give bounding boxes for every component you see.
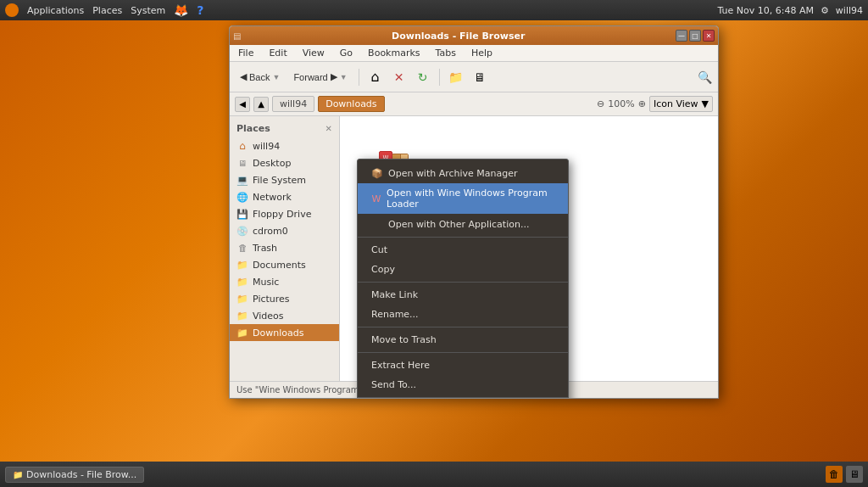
help-icon[interactable]: ? (197, 3, 203, 17)
file-area: ZIP W picasa35 📦 Open with Archive Manag… (340, 116, 718, 398)
sidebar-item-network[interactable]: 🌐 Network (230, 188, 339, 205)
sidebar-item-floppy[interactable]: 💾 Floppy Drive (230, 205, 339, 222)
floppy-icon: 💾 (236, 208, 248, 220)
sidebar-label-music: Music (253, 277, 279, 288)
ctx-copy-label: Copy (371, 264, 395, 275)
ctx-open-wine[interactable]: W Open with Wine Windows Program Loader (358, 183, 568, 214)
view-mode-dropdown-icon: ▼ (702, 98, 709, 109)
sidebar-label-home: will94 (253, 141, 280, 152)
user-name: will94 (836, 5, 863, 16)
folder-dl-icon: 📁 (236, 327, 248, 339)
search-button[interactable]: 🔍 (696, 69, 713, 86)
sidebar-label-desktop: Desktop (253, 158, 291, 169)
user-label: ⚙ (821, 5, 829, 16)
cdrom-icon: 💿 (236, 225, 248, 237)
zoom-level: 100% (608, 98, 634, 109)
sidebar-close-button[interactable]: ✕ (326, 124, 332, 133)
sidebar-item-pictures[interactable]: 📁 Pictures (230, 290, 339, 307)
menu-help[interactable]: Help (468, 46, 496, 60)
ctx-make-link[interactable]: Make Link (358, 285, 568, 305)
ctx-open-other[interactable]: Open with Other Application... (358, 214, 568, 234)
ctx-rename[interactable]: Rename... (358, 305, 568, 324)
taskbar-trash-icon[interactable]: 🗑 (826, 466, 843, 483)
refresh-button[interactable]: ↻ (413, 67, 433, 87)
breadcrumb-downloads[interactable]: Downloads (318, 96, 384, 112)
window-menu-icon[interactable]: ▤ (233, 31, 241, 41)
ctx-extract[interactable]: Extract Here (358, 355, 568, 375)
places-label: Places (236, 123, 270, 134)
file-item-wrap: ZIP W picasa35 📦 Open with Archive Manag… (357, 133, 433, 217)
ctx-sep-5 (358, 397, 568, 398)
sidebar-item-home[interactable]: ⌂ will94 (230, 137, 339, 154)
zoom-control: ⊖ 100% ⊕ (597, 98, 646, 109)
zoom-decrease-icon[interactable]: ⊖ (597, 98, 604, 109)
sidebar-item-filesystem[interactable]: 💻 File System (230, 171, 339, 188)
ctx-open-other-label: Open with Other Application... (388, 219, 529, 230)
maximize-button[interactable]: □ (689, 30, 701, 42)
applications-menu[interactable]: Applications (27, 5, 84, 16)
menu-tabs[interactable]: Tabs (432, 46, 459, 60)
sidebar-item-music[interactable]: 📁 Music (230, 273, 339, 290)
taskbar-bottom-right: 🗑 🖥 (826, 466, 863, 483)
ctx-rename-label: Rename... (371, 309, 419, 320)
sidebar-item-documents[interactable]: 📁 Documents (230, 256, 339, 273)
menu-go[interactable]: Go (337, 46, 356, 60)
system-menu[interactable]: System (131, 5, 165, 16)
ctx-move-trash-label: Move to Trash (371, 334, 437, 345)
ctx-send-to[interactable]: Send To... (358, 375, 568, 395)
home-button[interactable]: ⌂ (365, 67, 386, 87)
firefox-icon[interactable]: 🦊 (174, 3, 188, 17)
sidebar-label-videos: Videos (253, 311, 284, 322)
ctx-cut-label: Cut (371, 244, 387, 255)
sidebar-item-trash[interactable]: 🗑 Trash (230, 239, 339, 256)
back-button[interactable]: ◀ Back ▼ (235, 69, 285, 85)
ctx-sep-2 (358, 282, 568, 283)
view-mode-label: Icon View (654, 98, 698, 109)
computer-icon: 💻 (236, 174, 248, 186)
ctx-copy[interactable]: Copy (358, 260, 568, 279)
sidebar-item-videos[interactable]: 📁 Videos (230, 307, 339, 324)
folder-pics-icon: 📁 (236, 293, 248, 305)
network-icon: 🌐 (236, 191, 248, 203)
toolbar: ◀ Back ▼ Forward ▶ ▼ ⌂ ✕ ↻ 📁 🖥 🔍 (230, 62, 718, 92)
sidebar-item-downloads[interactable]: 📁 Downloads (230, 324, 339, 341)
forward-button[interactable]: Forward ▶ ▼ (288, 69, 352, 85)
sidebar-label-network: Network (253, 192, 292, 203)
window-titlebar: ▤ Downloads - File Browser — □ ✕ (230, 26, 718, 45)
taskbar-bottom: 📁 Downloads - File Brow... 🗑 🖥 (0, 462, 868, 487)
taskbar-computer-icon[interactable]: 🖥 (846, 466, 863, 483)
view-mode-select[interactable]: Icon View ▼ (649, 96, 713, 112)
ctx-cut[interactable]: Cut (358, 240, 568, 260)
places-menu[interactable]: Places (92, 5, 122, 16)
ctx-move-trash[interactable]: Move to Trash (358, 330, 568, 350)
datetime-label: Tue Nov 10, 6:48 AM (717, 5, 813, 16)
breadcrumb-home[interactable]: will94 (272, 96, 314, 112)
menu-file[interactable]: File (235, 46, 257, 60)
ctx-open-archive-label: Open with Archive Manager (388, 168, 518, 179)
menu-bookmarks[interactable]: Bookmarks (364, 46, 423, 60)
menu-view[interactable]: View (299, 46, 328, 60)
zoom-increase-icon[interactable]: ⊕ (638, 98, 646, 109)
close-button[interactable]: ✕ (703, 30, 715, 42)
taskbar-window-item[interactable]: 📁 Downloads - File Brow... (5, 467, 144, 483)
context-menu: 📦 Open with Archive Manager W Open with … (357, 159, 569, 398)
forward-arrow-icon: ▶ (331, 71, 337, 82)
ctx-extract-label: Extract Here (371, 360, 430, 371)
sidebar-toggle-button[interactable]: ◀ (235, 97, 250, 112)
sidebar-item-cdrom[interactable]: 💿 cdrom0 (230, 222, 339, 239)
sidebar: Places ✕ ⌂ will94 🖥 Desktop 💻 File Syste… (230, 116, 340, 398)
ctx-open-archive[interactable]: 📦 Open with Archive Manager (358, 163, 568, 183)
ctx-open-wine-label: Open with Wine Windows Program Loader (387, 188, 554, 210)
stop-button[interactable]: ✕ (389, 67, 409, 87)
location-up-button[interactable]: ▲ (253, 97, 269, 112)
back-arrow-icon: ◀ (240, 71, 247, 82)
sidebar-label-documents: Documents (253, 260, 306, 271)
parent-folder-button[interactable]: 📁 (446, 67, 466, 87)
computer-button[interactable]: 🖥 (470, 67, 490, 87)
menu-edit[interactable]: Edit (265, 46, 290, 60)
sidebar-item-desktop[interactable]: 🖥 Desktop (230, 154, 339, 171)
minimize-button[interactable]: — (676, 30, 687, 42)
folder-music-icon: 📁 (236, 276, 248, 288)
toolbar-separator-2 (439, 69, 440, 86)
sidebar-label-floppy: Floppy Drive (253, 209, 311, 220)
